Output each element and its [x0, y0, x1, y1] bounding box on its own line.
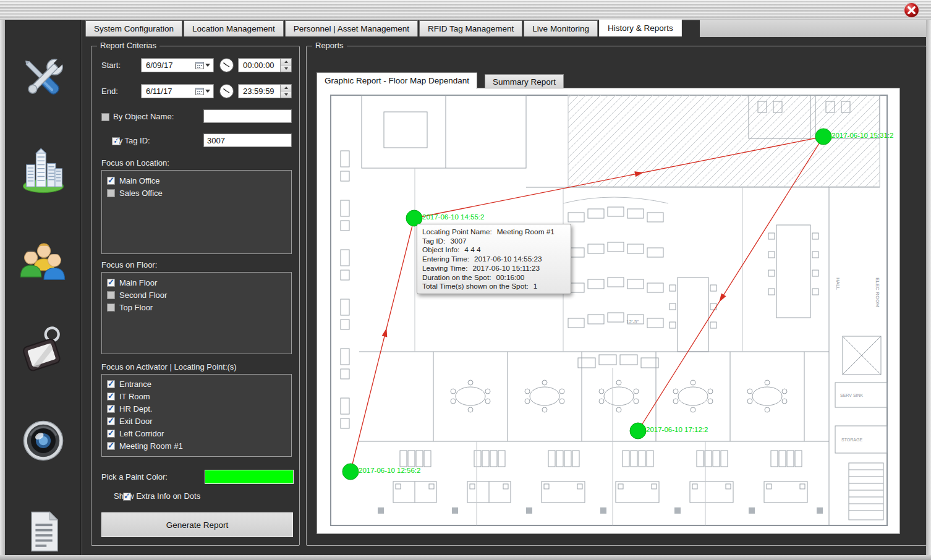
- checkbox[interactable]: [107, 405, 115, 413]
- time-spinner[interactable]: [280, 85, 291, 98]
- dot-timestamp-label: 2017-06-10 14:55:2: [422, 213, 484, 221]
- dot-timestamp-label: 2017-06-10 15:31:2: [831, 132, 893, 139]
- dot-timestamp-label: 2017-06-10 17:12:2: [646, 426, 708, 433]
- checkbox[interactable]: [107, 380, 115, 388]
- window-border-left: [0, 20, 5, 555]
- end-time-field[interactable]: 23:59:59: [238, 84, 292, 98]
- close-icon: [903, 2, 920, 19]
- list-item[interactable]: Left Corridor: [102, 427, 291, 439]
- checkbox[interactable]: [107, 177, 115, 185]
- start-time-field[interactable]: 00:00:00: [238, 58, 292, 72]
- tab-location-management[interactable]: Location Management: [184, 20, 284, 36]
- show-extra-info-label: Show Extra Info on Dots: [114, 491, 200, 501]
- window-border-right: [926, 20, 931, 555]
- start-label: Start:: [101, 61, 121, 70]
- close-button[interactable]: [903, 2, 920, 19]
- list-item[interactable]: HR Dept.: [102, 402, 291, 415]
- start-date-picker[interactable]: 6/09/17: [141, 58, 214, 72]
- list-item[interactable]: Main Floor: [102, 276, 291, 289]
- tab-live-monitoring[interactable]: Live Monitoring: [524, 20, 598, 36]
- checkbox[interactable]: [107, 442, 115, 450]
- group-title: Report Criterias: [97, 41, 159, 50]
- tools-icon: [17, 53, 69, 104]
- checkbox[interactable]: [107, 303, 115, 312]
- by-object-name-label: By Object Name:: [113, 112, 174, 121]
- application-window: System Configuration Location Management…: [0, 0, 931, 560]
- list-item[interactable]: Meeting Room #1: [102, 439, 291, 452]
- tag-id-input[interactable]: 3007: [203, 134, 292, 147]
- calendar-icon: [195, 61, 204, 69]
- generate-report-button[interactable]: Generate Report: [101, 512, 293, 537]
- by-object-name-checkbox[interactable]: [101, 113, 109, 121]
- dot-tooltip: Locating Point Name:Meeting Room #1 Tag …: [417, 224, 571, 294]
- checkbox[interactable]: [107, 279, 115, 287]
- list-item[interactable]: Exit Door: [102, 415, 291, 427]
- focus-location-label: Focus on Location:: [101, 158, 169, 168]
- tab-history-reports[interactable]: History & Reports: [599, 19, 682, 36]
- map-dot[interactable]: [342, 464, 359, 480]
- checkbox[interactable]: [107, 417, 115, 425]
- report-criterias-group: Report Criterias Start: 6/09/17 00:00:00…: [91, 46, 300, 546]
- list-item[interactable]: Main Office: [102, 174, 291, 187]
- title-bar-extension: [700, 20, 931, 37]
- paint-color-swatch[interactable]: [205, 470, 294, 484]
- checkbox[interactable]: [107, 189, 115, 197]
- focus-activator-label: Focus on Activator | Locating Point:(s): [101, 362, 237, 371]
- checkbox[interactable]: [107, 392, 115, 401]
- dropdown-arrow-icon: [205, 90, 210, 93]
- checkbox[interactable]: [107, 430, 115, 438]
- sidebar-item-system-configuration[interactable]: [17, 53, 69, 104]
- dot-timestamp-label: 2017-06-10 12:56:2: [359, 467, 420, 474]
- end-label: End:: [101, 87, 118, 96]
- list-item[interactable]: Top Floor: [102, 301, 291, 313]
- group-title: Reports: [312, 41, 347, 50]
- sidebar-item-rfid-tag-management[interactable]: [17, 326, 69, 378]
- activator-listbox[interactable]: Entrance IT Room HR Dept. Exit Door Left…: [101, 374, 292, 457]
- tab-personnel-asset-management[interactable]: Personnel | Asset Management: [285, 20, 418, 36]
- by-tag-id-label: By Tag ID:: [113, 136, 150, 145]
- clock-icon: [220, 85, 233, 98]
- clock-icon: [220, 59, 233, 72]
- title-bar[interactable]: [0, 0, 931, 20]
- end-clock-button[interactable]: [219, 84, 234, 98]
- focus-floor-label: Focus on Floor:: [101, 260, 157, 269]
- sidebar-item-personnel-asset-management[interactable]: [17, 237, 69, 289]
- camera-lens-icon: [17, 415, 69, 467]
- dropdown-arrow-icon: [205, 64, 210, 67]
- floor-map-panel: ELEC ROOM HALL SERV SINK STORAGE 12'-5" …: [317, 88, 900, 534]
- sidebar: [5, 20, 82, 555]
- time-spinner[interactable]: [280, 59, 291, 72]
- buildings-icon: [17, 145, 69, 197]
- start-clock-button[interactable]: [219, 58, 234, 72]
- sidebar-item-location-management[interactable]: [17, 145, 69, 197]
- end-date-picker[interactable]: 6/11/17: [141, 84, 214, 98]
- list-item[interactable]: IT Room: [102, 390, 291, 402]
- sidebar-item-history-reports[interactable]: [17, 506, 69, 558]
- tab-rfid-tag-management[interactable]: RFID Tag Management: [419, 20, 522, 36]
- calendar-icon: [195, 87, 204, 95]
- checkbox[interactable]: [107, 291, 115, 299]
- list-item[interactable]: Entrance: [102, 378, 291, 390]
- tab-system-configuration[interactable]: System Configuration: [85, 20, 182, 36]
- main-tab-bar: System Configuration Location Management…: [85, 20, 683, 36]
- tab-graphic-report[interactable]: Graphic Report - Floor Map Dependant: [317, 72, 477, 89]
- map-dot[interactable]: [630, 423, 646, 439]
- list-item[interactable]: Second Floor: [102, 289, 291, 301]
- reports-group: Reports Graphic Report - Floor Map Depen…: [306, 46, 927, 546]
- people-icon: [17, 237, 69, 289]
- sidebar-item-live-monitoring[interactable]: [17, 415, 69, 467]
- object-name-input[interactable]: [203, 109, 292, 123]
- list-item[interactable]: Sales Office: [102, 187, 291, 199]
- document-icon: [17, 506, 69, 558]
- window-border-bottom: [0, 555, 931, 560]
- floor-listbox[interactable]: Main Floor Second Floor Top Floor: [101, 272, 292, 354]
- map-dot[interactable]: [815, 129, 831, 145]
- rfid-tag-icon: [17, 326, 69, 378]
- location-listbox[interactable]: Main Office Sales Office: [101, 170, 292, 254]
- paint-color-label: Pick a Paint Color:: [101, 472, 168, 482]
